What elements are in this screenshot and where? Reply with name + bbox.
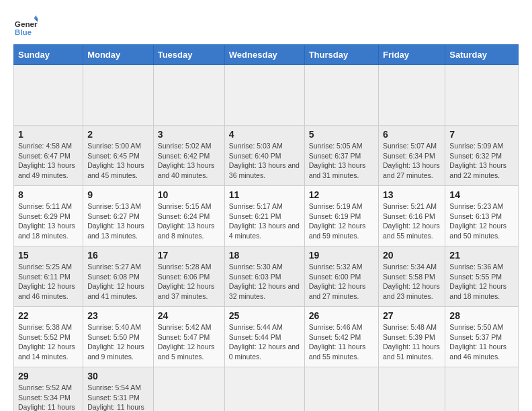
day-detail: Sunrise: 5:21 AMSunset: 6:16 PMDaylight:… bbox=[383, 201, 441, 241]
day-number: 24 bbox=[158, 310, 220, 321]
day-detail: Sunrise: 5:15 AMSunset: 6:24 PMDaylight:… bbox=[158, 201, 220, 241]
calendar-cell: 18Sunrise: 5:30 AMSunset: 6:03 PMDayligh… bbox=[224, 246, 304, 307]
calendar-cell bbox=[304, 65, 378, 126]
calendar-cell: 7Sunrise: 5:09 AMSunset: 6:32 PMDaylight… bbox=[445, 126, 519, 186]
calendar-cell: 1Sunrise: 4:58 AMSunset: 6:47 PMDaylight… bbox=[14, 126, 83, 186]
day-number: 5 bbox=[309, 129, 374, 140]
calendar-cell: 11Sunrise: 5:17 AMSunset: 6:21 PMDayligh… bbox=[224, 186, 304, 246]
day-detail: Sunrise: 5:25 AMSunset: 6:11 PMDaylight:… bbox=[18, 262, 79, 302]
day-number: 18 bbox=[229, 250, 300, 261]
day-detail: Sunrise: 5:32 AMSunset: 6:00 PMDaylight:… bbox=[309, 262, 374, 302]
day-detail: Sunrise: 5:27 AMSunset: 6:08 PMDaylight:… bbox=[87, 262, 149, 302]
day-header-thursday: Thursday bbox=[304, 45, 378, 65]
calendar-cell: 22Sunrise: 5:38 AMSunset: 5:52 PMDayligh… bbox=[14, 307, 83, 367]
day-number: 11 bbox=[229, 189, 300, 200]
day-header-tuesday: Tuesday bbox=[153, 45, 224, 65]
svg-marker-2 bbox=[34, 15, 38, 19]
day-number: 1 bbox=[18, 129, 79, 140]
day-number: 27 bbox=[383, 310, 441, 321]
day-number: 10 bbox=[158, 189, 220, 200]
calendar-cell: 20Sunrise: 5:34 AMSunset: 5:58 PMDayligh… bbox=[379, 246, 445, 307]
day-number: 12 bbox=[309, 189, 374, 200]
calendar-cell: 14Sunrise: 5:23 AMSunset: 6:13 PMDayligh… bbox=[445, 186, 519, 246]
day-number: 22 bbox=[18, 310, 79, 321]
logo: General Blue bbox=[13, 13, 42, 38]
day-number: 29 bbox=[18, 371, 79, 381]
day-number: 9 bbox=[87, 189, 149, 200]
svg-text:Blue: Blue bbox=[15, 28, 32, 36]
day-detail: Sunrise: 5:17 AMSunset: 6:21 PMDaylight:… bbox=[229, 201, 300, 241]
day-detail: Sunrise: 5:52 AMSunset: 5:34 PMDaylight:… bbox=[18, 383, 79, 411]
week-row-3: 8Sunrise: 5:11 AMSunset: 6:29 PMDaylight… bbox=[14, 186, 519, 246]
week-row-1 bbox=[14, 65, 519, 126]
day-detail: Sunrise: 5:00 AMSunset: 6:45 PMDaylight:… bbox=[87, 141, 149, 181]
day-detail: Sunrise: 5:02 AMSunset: 6:42 PMDaylight:… bbox=[158, 141, 220, 181]
day-number: 23 bbox=[87, 310, 149, 321]
calendar-cell bbox=[83, 65, 154, 126]
calendar-cell: 27Sunrise: 5:48 AMSunset: 5:39 PMDayligh… bbox=[379, 307, 445, 367]
day-number: 14 bbox=[449, 189, 514, 200]
calendar-cell: 24Sunrise: 5:42 AMSunset: 5:47 PMDayligh… bbox=[153, 307, 224, 367]
calendar-cell: 3Sunrise: 5:02 AMSunset: 6:42 PMDaylight… bbox=[153, 126, 224, 186]
day-detail: Sunrise: 5:30 AMSunset: 6:03 PMDaylight:… bbox=[229, 262, 300, 302]
calendar-cell: 10Sunrise: 5:15 AMSunset: 6:24 PMDayligh… bbox=[153, 186, 224, 246]
calendar-cell bbox=[445, 367, 519, 412]
days-header-row: SundayMondayTuesdayWednesdayThursdayFrid… bbox=[14, 45, 519, 65]
day-detail: Sunrise: 5:36 AMSunset: 5:55 PMDaylight:… bbox=[449, 262, 514, 302]
calendar-cell: 30Sunrise: 5:54 AMSunset: 5:31 PMDayligh… bbox=[83, 367, 154, 412]
day-detail: Sunrise: 5:38 AMSunset: 5:52 PMDaylight:… bbox=[18, 322, 79, 362]
day-detail: Sunrise: 5:44 AMSunset: 5:44 PMDaylight:… bbox=[229, 322, 300, 362]
calendar-cell: 12Sunrise: 5:19 AMSunset: 6:19 PMDayligh… bbox=[304, 186, 378, 246]
day-number: 4 bbox=[229, 129, 300, 140]
calendar-cell bbox=[445, 65, 519, 126]
day-detail: Sunrise: 5:05 AMSunset: 6:37 PMDaylight:… bbox=[309, 141, 374, 181]
day-detail: Sunrise: 5:03 AMSunset: 6:40 PMDaylight:… bbox=[229, 141, 300, 181]
day-detail: Sunrise: 5:19 AMSunset: 6:19 PMDaylight:… bbox=[309, 201, 374, 241]
calendar-cell: 13Sunrise: 5:21 AMSunset: 6:16 PMDayligh… bbox=[379, 186, 445, 246]
calendar-cell: 26Sunrise: 5:46 AMSunset: 5:42 PMDayligh… bbox=[304, 307, 378, 367]
day-detail: Sunrise: 5:09 AMSunset: 6:32 PMDaylight:… bbox=[449, 141, 514, 181]
day-number: 28 bbox=[449, 310, 514, 321]
calendar-cell bbox=[224, 65, 304, 126]
calendar-cell: 21Sunrise: 5:36 AMSunset: 5:55 PMDayligh… bbox=[445, 246, 519, 307]
calendar-cell: 9Sunrise: 5:13 AMSunset: 6:27 PMDaylight… bbox=[83, 186, 154, 246]
day-number: 30 bbox=[87, 371, 149, 381]
day-detail: Sunrise: 5:23 AMSunset: 6:13 PMDaylight:… bbox=[449, 201, 514, 241]
day-detail: Sunrise: 5:11 AMSunset: 6:29 PMDaylight:… bbox=[18, 201, 79, 241]
calendar-cell bbox=[153, 65, 224, 126]
day-detail: Sunrise: 5:48 AMSunset: 5:39 PMDaylight:… bbox=[383, 322, 441, 362]
calendar-cell: 29Sunrise: 5:52 AMSunset: 5:34 PMDayligh… bbox=[14, 367, 83, 412]
day-number: 3 bbox=[158, 129, 220, 140]
day-detail: Sunrise: 5:42 AMSunset: 5:47 PMDaylight:… bbox=[158, 322, 220, 362]
calendar-table: SundayMondayTuesdayWednesdayThursdayFrid… bbox=[13, 44, 519, 411]
calendar-cell: 6Sunrise: 5:07 AMSunset: 6:34 PMDaylight… bbox=[379, 126, 445, 186]
day-number: 21 bbox=[449, 250, 514, 261]
day-detail: Sunrise: 5:46 AMSunset: 5:42 PMDaylight:… bbox=[309, 322, 374, 362]
day-detail: Sunrise: 5:28 AMSunset: 6:06 PMDaylight:… bbox=[158, 262, 220, 302]
day-header-sunday: Sunday bbox=[14, 45, 83, 65]
calendar-cell: 16Sunrise: 5:27 AMSunset: 6:08 PMDayligh… bbox=[83, 246, 154, 307]
day-detail: Sunrise: 5:54 AMSunset: 5:31 PMDaylight:… bbox=[87, 383, 149, 411]
calendar-cell: 4Sunrise: 5:03 AMSunset: 6:40 PMDaylight… bbox=[224, 126, 304, 186]
day-header-monday: Monday bbox=[83, 45, 154, 65]
day-header-wednesday: Wednesday bbox=[224, 45, 304, 65]
day-header-saturday: Saturday bbox=[445, 45, 519, 65]
calendar-cell bbox=[14, 65, 83, 126]
calendar-cell: 15Sunrise: 5:25 AMSunset: 6:11 PMDayligh… bbox=[14, 246, 83, 307]
calendar-cell bbox=[379, 65, 445, 126]
calendar-cell: 8Sunrise: 5:11 AMSunset: 6:29 PMDaylight… bbox=[14, 186, 83, 246]
day-detail: Sunrise: 5:40 AMSunset: 5:50 PMDaylight:… bbox=[87, 322, 149, 362]
day-detail: Sunrise: 4:58 AMSunset: 6:47 PMDaylight:… bbox=[18, 141, 79, 181]
day-detail: Sunrise: 5:13 AMSunset: 6:27 PMDaylight:… bbox=[87, 201, 149, 241]
day-header-friday: Friday bbox=[379, 45, 445, 65]
day-number: 16 bbox=[87, 250, 149, 261]
day-number: 13 bbox=[383, 189, 441, 200]
logo-icon: General Blue bbox=[13, 13, 38, 38]
calendar-cell bbox=[153, 367, 224, 412]
day-number: 2 bbox=[87, 129, 149, 140]
day-detail: Sunrise: 5:50 AMSunset: 5:37 PMDaylight:… bbox=[449, 322, 514, 362]
week-row-2: 1Sunrise: 4:58 AMSunset: 6:47 PMDaylight… bbox=[14, 126, 519, 186]
calendar-cell: 2Sunrise: 5:00 AMSunset: 6:45 PMDaylight… bbox=[83, 126, 154, 186]
calendar-cell: 23Sunrise: 5:40 AMSunset: 5:50 PMDayligh… bbox=[83, 307, 154, 367]
calendar-cell: 19Sunrise: 5:32 AMSunset: 6:00 PMDayligh… bbox=[304, 246, 378, 307]
